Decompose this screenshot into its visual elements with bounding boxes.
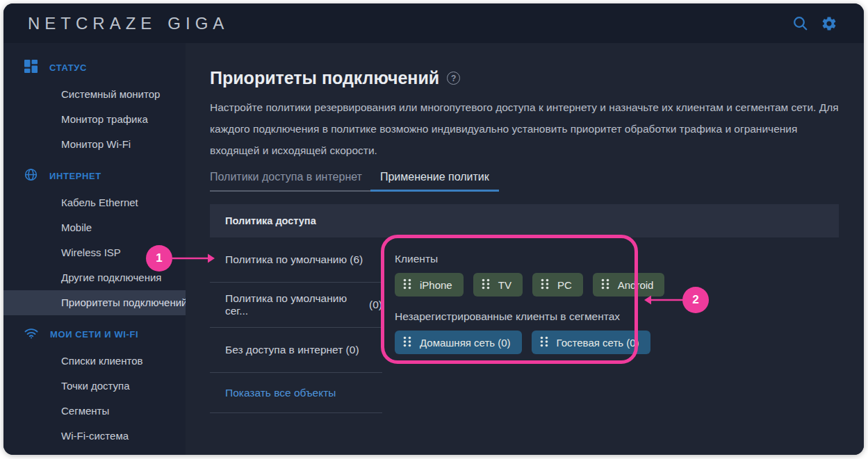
sidebar-item-connection-priorities[interactable]: Приоритеты подключений (3, 290, 186, 315)
table-row-no-internet[interactable]: Без доступа в интернет (0) (210, 328, 382, 373)
client-chip-android[interactable]: Android (593, 273, 665, 297)
gear-icon[interactable] (821, 15, 837, 32)
sidebar-item-segments[interactable]: Сегменты (3, 399, 186, 424)
page-title: Приоритеты подключений (210, 68, 439, 88)
sidebar-item-access-points[interactable]: Точки доступа (3, 374, 186, 399)
drag-handle-icon[interactable] (540, 336, 548, 349)
brand-logo-word1: NETCRAZE (28, 14, 156, 33)
drag-handle-icon[interactable] (541, 278, 549, 292)
tab-bar: Политики доступа в интернет Применение п… (210, 165, 499, 192)
segment-chip-home-network[interactable]: Домашняя сеть (0) (395, 331, 522, 354)
dashboard-grid-icon (24, 60, 38, 75)
sidebar-section-status: СТАТУС (3, 53, 186, 82)
sidebar-item-mobile[interactable]: Mobile (3, 215, 186, 240)
client-chip-pc[interactable]: PC (532, 273, 583, 297)
show-all-objects-link[interactable]: Показать все объекты (210, 373, 382, 413)
sidebar-item-wifi-system[interactable]: Wi-Fi-система (3, 424, 186, 449)
sidebar-section-internet: ИНТЕРНЕТ (3, 161, 186, 190)
drag-handle-icon[interactable] (482, 278, 490, 292)
brand-logo-word2: GIGA (167, 14, 229, 33)
wifi-icon (24, 328, 38, 341)
table-column-header: Политика доступа (210, 204, 839, 237)
sidebar-item-client-lists[interactable]: Списки клиентов (3, 349, 186, 374)
client-chip-tv[interactable]: TV (473, 273, 523, 297)
drag-handle-icon[interactable] (601, 278, 609, 292)
sidebar-item-wireless-isp[interactable]: Wireless ISP (3, 240, 186, 265)
brand-logo: NETCRAZEGIGA (28, 14, 229, 33)
clients-panel: Клиенты iPhone TV (382, 237, 839, 354)
drag-handle-icon[interactable] (403, 278, 411, 292)
sidebar-item-wifi-monitor[interactable]: Монитор Wi-Fi (3, 132, 186, 157)
drag-handle-icon[interactable] (403, 336, 411, 349)
tab-policy-application[interactable]: Применение политик (370, 165, 499, 192)
sidebar-item-other-connections[interactable]: Другие подключения (3, 265, 186, 290)
sidebar-section-my-networks: МОИ СЕТИ И WI-FI (3, 319, 186, 349)
page-description: Настройте политики резервирования или мн… (210, 97, 839, 161)
app-window: NETCRAZEGIGA СТАТУС Системный монитор Мо… (3, 3, 864, 455)
row-count: (0) (369, 299, 382, 311)
sidebar-item-traffic-monitor[interactable]: Монитор трафика (3, 107, 186, 132)
policy-table: Политика доступа Политика по умолчанию (… (210, 204, 839, 413)
sidebar-section-label: ИНТЕРНЕТ (49, 171, 101, 181)
sidebar-item-system-monitor[interactable]: Системный монитор (3, 82, 186, 107)
help-icon[interactable]: ? (447, 72, 460, 85)
sidebar-section-label: СТАТУС (49, 62, 87, 73)
table-row-default-policy[interactable]: Политика по умолчанию (6) (210, 237, 382, 283)
globe-icon (24, 168, 38, 183)
search-icon[interactable] (792, 15, 808, 32)
table-row-default-policy-seg[interactable]: Политика по умолчанию сег... (0) (210, 283, 382, 328)
sidebar-section-label: МОИ СЕТИ И WI-FI (50, 329, 138, 340)
clients-label: Клиенты (395, 253, 839, 265)
tab-access-policies[interactable]: Политики доступа в интернет (210, 165, 370, 192)
sidebar-item-ethernet[interactable]: Кабель Ethernet (3, 190, 186, 215)
main-content: Приоритеты подключений ? Настройте полит… (186, 43, 864, 455)
client-chip-iphone[interactable]: iPhone (395, 273, 464, 297)
segment-chip-guest-network[interactable]: Гостевая сеть (0) (532, 331, 650, 354)
topbar: NETCRAZEGIGA (3, 3, 864, 43)
unregistered-clients-label: Незарегистрированные клиенты в сегментах (395, 310, 839, 323)
sidebar: СТАТУС Системный монитор Монитор трафика… (3, 43, 186, 455)
